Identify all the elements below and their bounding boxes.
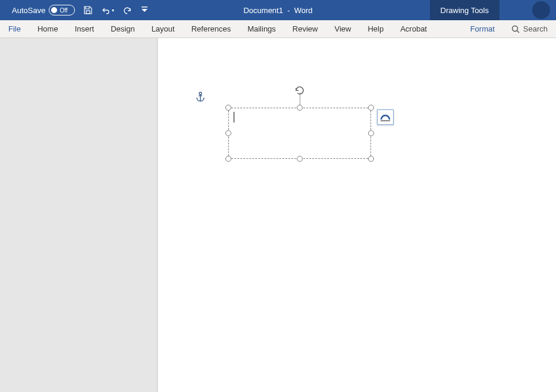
left-gutter [0, 38, 157, 392]
title-bar: AutoSave Off ▾ Document1 - [0, 0, 556, 20]
textbox-selection[interactable] [228, 108, 371, 159]
svg-rect-1 [142, 7, 147, 8]
svg-rect-0 [86, 11, 90, 14]
tab-design[interactable]: Design [102, 20, 143, 37]
document-page[interactable] [157, 38, 556, 392]
tab-help[interactable]: Help [359, 20, 392, 37]
layout-options-button[interactable] [377, 109, 394, 125]
svg-point-2 [512, 26, 517, 31]
resize-handle-middle-left[interactable] [225, 130, 231, 136]
tab-layout[interactable]: Layout [143, 20, 183, 37]
save-button[interactable] [81, 3, 95, 17]
text-cursor [234, 112, 234, 123]
anchor-icon[interactable] [196, 92, 205, 105]
resize-handle-middle-right[interactable] [368, 130, 374, 136]
rotate-handle[interactable] [293, 84, 306, 97]
undo-button[interactable]: ▾ [101, 5, 114, 15]
tab-insert[interactable]: Insert [67, 20, 103, 37]
user-avatar[interactable] [532, 1, 550, 19]
tab-file[interactable]: File [0, 20, 29, 37]
resize-handle-bottom-left[interactable] [225, 156, 231, 162]
search-button[interactable]: Search [511, 20, 548, 37]
tab-acrobat[interactable]: Acrobat [392, 20, 435, 37]
layout-options-icon [379, 112, 391, 122]
tab-references[interactable]: References [183, 20, 239, 37]
quick-access-toolbar: ▾ [81, 3, 149, 17]
autosave-label: AutoSave [12, 6, 45, 15]
drawing-tools-tab-label: Drawing Tools [430, 0, 500, 20]
search-label: Search [523, 24, 548, 33]
autosave-group[interactable]: AutoSave Off [12, 5, 75, 15]
resize-handle-top-left[interactable] [225, 105, 231, 111]
document-title: Document1 - Word [243, 6, 312, 15]
search-icon [511, 25, 520, 33]
ribbon-tabs: File Home Insert Design Layout Reference… [0, 20, 556, 38]
redo-button[interactable] [120, 3, 134, 17]
workspace [0, 38, 556, 392]
autosave-knob [51, 7, 57, 13]
resize-handle-top-right[interactable] [368, 105, 374, 111]
tab-mailings[interactable]: Mailings [239, 20, 284, 37]
tab-home[interactable]: Home [29, 20, 67, 37]
resize-handle-top-middle[interactable] [297, 105, 303, 111]
textbox[interactable] [228, 108, 371, 159]
tab-format[interactable]: Format [462, 20, 503, 37]
customize-qat-button[interactable] [140, 3, 149, 17]
svg-line-3 [517, 30, 519, 33]
resize-handle-bottom-right[interactable] [368, 156, 374, 162]
autosave-toggle[interactable]: Off [49, 5, 75, 15]
tab-review[interactable]: Review [284, 20, 326, 37]
tab-view[interactable]: View [326, 20, 359, 37]
undo-dropdown-icon[interactable]: ▾ [112, 8, 114, 13]
svg-point-4 [199, 92, 202, 95]
autosave-state: Off [59, 7, 67, 14]
resize-handle-bottom-middle[interactable] [297, 156, 303, 162]
